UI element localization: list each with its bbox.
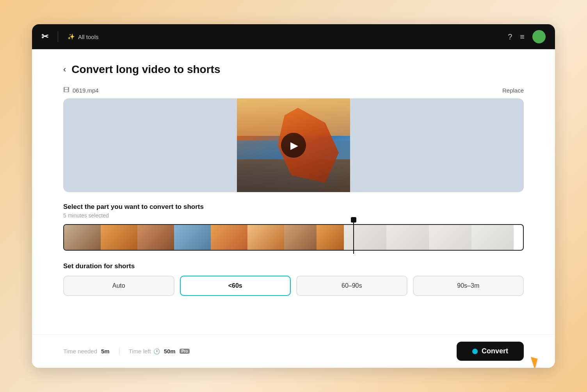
play-icon: ▶	[290, 139, 298, 151]
time-left-label: Time left	[129, 348, 151, 355]
pro-badge: Pro	[180, 349, 190, 354]
replace-button[interactable]: Replace	[502, 87, 524, 94]
duration-60-90s-button[interactable]: 60–90s	[296, 276, 407, 296]
all-tools-label: All tools	[78, 34, 99, 40]
timeline-strip	[63, 224, 524, 251]
video-thumbnail: ▶	[237, 98, 350, 192]
nav-bar: ✂ ✨ All tools ? ≡	[32, 24, 555, 49]
frame-5	[247, 225, 284, 250]
footer-info: Time needed 5m Time left 🕐 50m Pro	[63, 348, 190, 355]
frame-0	[64, 225, 101, 250]
frame-2	[137, 225, 174, 250]
nav-divider	[58, 31, 58, 42]
file-label-row: 🎞 0619.mp4 Replace	[63, 87, 524, 94]
timeline-section-label: Select the part you want to convert to s…	[63, 203, 524, 211]
duration-auto-button[interactable]: Auto	[63, 276, 174, 296]
footer-divider	[119, 348, 119, 355]
frame-8	[344, 225, 386, 250]
convert-button[interactable]: Convert	[457, 342, 524, 361]
timeline-playhead-handle[interactable]	[351, 217, 356, 223]
frame-3	[174, 225, 211, 250]
app-logo[interactable]: ✂	[41, 32, 48, 42]
duration-options: Auto <60s 60–90s 90s–3m	[63, 276, 524, 296]
avatar[interactable]	[532, 30, 546, 43]
wand-icon: ✨	[68, 33, 75, 40]
play-button[interactable]: ▶	[281, 133, 306, 158]
back-button[interactable]: ‹	[63, 65, 66, 74]
frame-11	[471, 225, 514, 250]
file-name: 0619.mp4	[73, 87, 99, 94]
footer-bar: Time needed 5m Time left 🕐 50m Pro Conve…	[32, 334, 555, 368]
duration-90-3m-button[interactable]: 90s–3m	[413, 276, 524, 296]
time-needed-label: Time needed	[63, 348, 97, 355]
frame-10	[429, 225, 471, 250]
menu-icon[interactable]: ≡	[520, 32, 525, 41]
frame-1	[101, 225, 137, 250]
page-header: ‹ Convert long video to shorts	[63, 63, 524, 76]
frame-9	[386, 225, 429, 250]
convert-label: Convert	[482, 347, 508, 355]
timeline-sublabel: 5 minutes selected	[63, 212, 524, 219]
time-needed-value: 5m	[101, 348, 110, 355]
film-icon: 🎞	[63, 87, 69, 94]
convert-dot-icon	[472, 349, 478, 354]
timeline-playhead[interactable]	[353, 221, 354, 254]
clock-icon: 🕐	[153, 348, 160, 355]
help-icon[interactable]: ?	[508, 32, 512, 41]
all-tools-nav[interactable]: ✨ All tools	[68, 33, 99, 40]
duration-section: Set duration for shorts Auto <60s 60–90s…	[63, 262, 524, 296]
cursor-arrow-icon	[528, 357, 538, 368]
timeline-container[interactable]	[63, 224, 524, 251]
frame-7	[317, 225, 344, 250]
page-title: Convert long video to shorts	[71, 63, 220, 76]
frame-6	[284, 225, 316, 250]
timeline-section: Select the part you want to convert to s…	[63, 203, 524, 251]
main-content: ‹ Convert long video to shorts 🎞 0619.mp…	[32, 49, 555, 334]
nav-right: ? ≡	[508, 30, 546, 43]
time-left-value: 50m	[164, 348, 176, 355]
duration-section-label: Set duration for shorts	[63, 262, 524, 270]
frame-4	[211, 225, 247, 250]
video-preview: ▶	[63, 98, 524, 192]
duration-lt60s-button[interactable]: <60s	[180, 276, 291, 296]
